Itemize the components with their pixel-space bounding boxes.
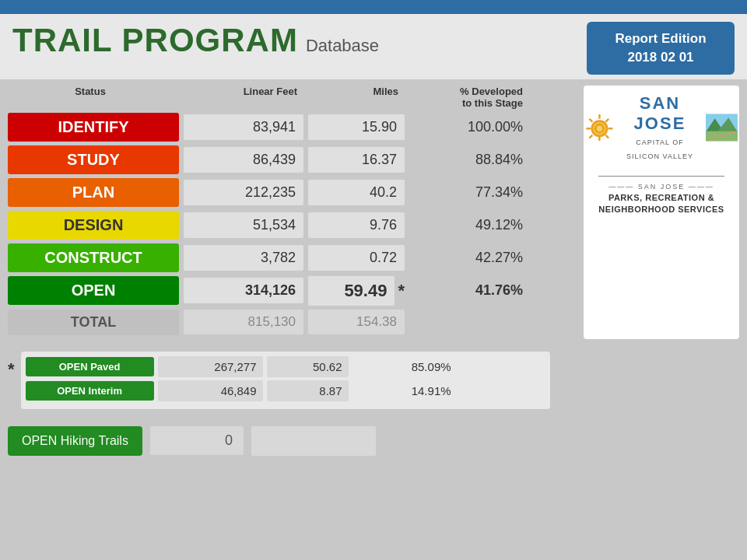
svg-rect-5 [588, 117, 593, 122]
sub-lf: 46,849 [158, 380, 263, 401]
miles-value: 40.2 [308, 180, 405, 205]
title-main: TRAIL PROGRAM [12, 22, 298, 59]
miles-value: 16.37 [308, 147, 405, 173]
total-row: TOTAL 815,130 154.38 [8, 310, 576, 335]
lf-value: 314,126 [184, 278, 303, 303]
total-lf: 815,130 [184, 310, 303, 334]
sub-rows: OPEN Paved 267,277 50.62 85.09% OPEN Int… [26, 356, 545, 401]
miles-value: 9.76 [308, 212, 405, 238]
svg-rect-2 [598, 136, 600, 141]
header: TRAIL PROGRAM Database Report Edition 20… [0, 14, 747, 79]
svg-rect-7 [588, 134, 593, 138]
lf-value: 86,439 [184, 147, 303, 173]
hiking-value: 0 [150, 426, 244, 455]
sj-sun-icon [585, 107, 614, 149]
table-row: DESIGN 51,534 9.76 49.12% [8, 211, 576, 240]
table-row: IDENTIFY 83,941 15.90 100.00% [8, 113, 576, 142]
title-block: TRAIL PROGRAM Database [12, 22, 379, 59]
dept-name-line2: NEIGHBORHOOD SERVICES [598, 205, 724, 214]
col-status: Status [8, 86, 179, 110]
stage-label: OPEN [8, 276, 179, 305]
sub-miles: 8.87 [267, 380, 349, 401]
open-hiking-button[interactable]: OPEN Hiking Trails [8, 426, 142, 456]
san-jose-name: SAN JOSE [620, 93, 700, 134]
logo-section: SAN JOSE CAPITAL OF SILICON VALLEY ——— S… [584, 86, 739, 339]
col-pct: % Developed to this Stage [405, 86, 529, 110]
pct-value: 100.00% [405, 119, 529, 135]
logo-divider [598, 176, 724, 177]
btn-label-main: OPEN [22, 434, 57, 447]
sub-section: * OPEN Paved 267,277 50.62 85.09% OPEN I… [0, 345, 747, 415]
table-row: PLAN 212,235 40.2 77.34% [8, 178, 576, 207]
column-headers: Status Linear Feet Miles % Developed to … [8, 86, 576, 110]
svg-rect-8 [605, 134, 609, 138]
title-sub: Database [306, 36, 379, 56]
table-row: CONSTRUCT 3,782 0.72 42.27% [8, 243, 576, 272]
pct-value: 77.34% [405, 184, 529, 201]
pct-value: 41.76% [405, 282, 529, 299]
sub-lf: 267,277 [158, 356, 263, 377]
col-miles: Miles [303, 86, 405, 110]
sub-miles: 50.62 [267, 356, 349, 377]
report-badge: Report Edition 2018 02 01 [587, 22, 735, 75]
dept-name-line1: PARKS, RECREATION & [608, 193, 714, 202]
stage-label: IDENTIFY [8, 113, 179, 142]
svg-rect-3 [586, 128, 591, 129]
lf-value: 83,941 [184, 114, 303, 140]
open-miles-wrapper: 59.49 * [308, 276, 405, 306]
pct-value: 42.27% [405, 250, 529, 266]
table-row: STUDY 86,439 16.37 88.84% [8, 145, 576, 174]
san-jose-capital: CAPITAL OF SILICON VALLEY [626, 138, 693, 160]
btn-label-sub: Hiking Trails [57, 434, 128, 447]
sub-table-row: OPEN Interim 46,849 8.87 14.91% [26, 380, 545, 401]
miles-value: 15.90 [308, 114, 405, 140]
sub-stage-label: OPEN Interim [26, 381, 154, 401]
stage-label: CONSTRUCT [8, 243, 179, 272]
table-row: OPEN 314,126 59.49 * 41.76% [8, 276, 576, 306]
total-miles: 154.38 [308, 310, 405, 334]
asterisk-marker: * [8, 359, 15, 380]
san-jose-text: SAN JOSE CAPITAL OF SILICON VALLEY [620, 93, 700, 162]
svg-point-11 [596, 125, 601, 131]
report-line1: Report Edition [615, 31, 706, 46]
col-lf: Linear Feet [179, 86, 303, 110]
sub-table-row: OPEN Paved 267,277 50.62 85.09% [26, 356, 545, 377]
miles-value: 59.49 [308, 276, 395, 306]
svg-rect-4 [608, 128, 612, 129]
top-bar [0, 0, 747, 14]
pct-value: 88.84% [405, 152, 529, 168]
stage-label: DESIGN [8, 211, 179, 240]
lf-value: 51,534 [184, 212, 303, 238]
data-rows: IDENTIFY 83,941 15.90 100.00% STUDY 86,4… [8, 113, 576, 306]
total-label: TOTAL [8, 310, 179, 335]
svg-rect-6 [605, 117, 609, 122]
hiking-empty-field [251, 426, 376, 456]
lf-value: 3,782 [184, 245, 303, 271]
sj-trail-icon [706, 107, 738, 149]
sub-stage-label: OPEN Paved [26, 357, 154, 376]
dept-city: ——— SAN JOSE ——— [608, 183, 714, 191]
stage-label: PLAN [8, 178, 179, 207]
svg-rect-1 [598, 114, 600, 118]
main-content: Status Linear Feet Miles % Developed to … [0, 79, 747, 345]
sub-pct: 14.91% [349, 384, 458, 397]
lf-value: 212,235 [184, 180, 303, 205]
sub-table: OPEN Paved 267,277 50.62 85.09% OPEN Int… [21, 352, 550, 409]
report-line2: 2018 02 01 [627, 50, 693, 65]
stage-label: STUDY [8, 145, 179, 174]
miles-value: 0.72 [308, 245, 405, 271]
bottom-section: OPEN Hiking Trails 0 [0, 418, 747, 464]
open-asterisk: * [398, 281, 405, 301]
parks-text: ——— SAN JOSE ——— PARKS, RECREATION & NEI… [598, 181, 724, 216]
logo-top: SAN JOSE CAPITAL OF SILICON VALLEY [585, 93, 738, 162]
sub-pct: 85.09% [349, 360, 458, 373]
pct-value: 49.12% [405, 217, 529, 233]
table-section: Status Linear Feet Miles % Developed to … [8, 86, 576, 339]
